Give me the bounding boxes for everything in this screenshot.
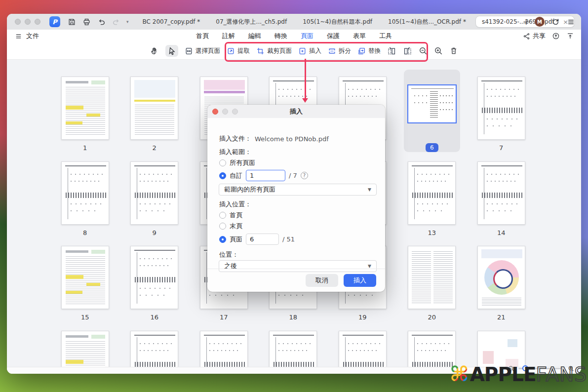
page-cell: 13: [397, 157, 467, 242]
zoom-in-button[interactable]: [434, 46, 443, 55]
document-tab-label: BC 2007_copy.pdf *: [143, 18, 200, 25]
undo-icon[interactable]: [97, 17, 106, 26]
custom-range-radio[interactable]: [219, 172, 226, 179]
close-window-icon[interactable]: [15, 19, 21, 25]
select-tool-button[interactable]: [165, 45, 178, 57]
page-thumbnail[interactable]: [130, 246, 178, 309]
ribbon-tab-保護[interactable]: 保護: [327, 32, 340, 40]
range-mode-select[interactable]: 範圍內的所有頁面 ▼: [219, 184, 377, 196]
insert-button[interactable]: 插入: [298, 47, 321, 55]
minimize-window-icon[interactable]: [25, 19, 31, 25]
first-page-option[interactable]: 首頁: [219, 211, 242, 220]
page-thumbnail[interactable]: [61, 246, 109, 309]
split-button[interactable]: 拆分: [328, 47, 351, 55]
help-icon[interactable]: ?: [301, 172, 308, 179]
custom-range-input[interactable]: [246, 170, 285, 181]
document-tab[interactable]: 105(1~4)自然..._OCR.pdf *: [382, 16, 472, 28]
ribbon-tab-表單[interactable]: 表單: [353, 32, 366, 40]
app-window: P ▾ BC 2007_copy.pdf *07_選修化學上..._ch5.pd…: [7, 14, 581, 374]
last-page-option[interactable]: 末頁: [219, 222, 242, 231]
page-thumbnail[interactable]: [130, 77, 178, 140]
insert-label: 插入: [309, 47, 321, 55]
page-thumbnail[interactable]: [269, 331, 317, 367]
page-number-label: 頁面: [230, 235, 242, 244]
page-cell: 1: [50, 73, 120, 157]
page-number: 18: [289, 314, 297, 321]
page-thumbnail[interactable]: [408, 331, 456, 367]
page-thumbnail[interactable]: [61, 161, 109, 225]
page-thumbnail[interactable]: [130, 161, 178, 225]
document-tab[interactable]: 07_選修化學上..._ch5.pdf: [210, 16, 293, 28]
sync-icon[interactable]: [551, 18, 560, 26]
page-number: 7: [499, 144, 503, 152]
page-number: 21: [497, 314, 506, 321]
all-pages-radio[interactable]: [219, 159, 226, 166]
page-toolbar: 選擇頁面 提取 裁剪頁面 插入 拆分 替換: [7, 42, 581, 60]
insert-confirm-button[interactable]: 插入: [344, 274, 376, 287]
maximize-window-icon[interactable]: [35, 19, 40, 25]
last-page-radio[interactable]: [219, 223, 226, 230]
page-thumbnail[interactable]: [61, 77, 109, 140]
delete-page-button[interactable]: [449, 46, 458, 55]
page-thumbnail[interactable]: [408, 161, 456, 225]
replace-button[interactable]: 替換: [357, 47, 381, 55]
page-thumbnail[interactable]: [339, 331, 387, 367]
page-thumbnail[interactable]: [408, 246, 456, 309]
cancel-button[interactable]: 取消: [306, 274, 338, 287]
titlebar: P ▾ BC 2007_copy.pdf *07_選修化學上..._ch5.pd…: [7, 14, 581, 30]
dropdown-caret-icon: ▼: [368, 264, 371, 269]
page-thumbnail[interactable]: [407, 84, 457, 123]
rotate-page-left-button[interactable]: [387, 46, 396, 56]
ribbon-tab-編輯[interactable]: 編輯: [248, 32, 261, 40]
page-thumbnail[interactable]: [61, 331, 109, 367]
page-cell: 6: [404, 70, 460, 152]
crop-page-button[interactable]: 裁剪頁面: [256, 47, 292, 55]
page-thumbnail[interactable]: [477, 331, 525, 367]
document-tab[interactable]: 105(1~4)自然科題本.pdf: [297, 16, 378, 28]
user-avatar[interactable]: M: [535, 17, 545, 27]
save-icon[interactable]: [67, 17, 76, 26]
page-thumbnail[interactable]: [477, 161, 525, 225]
undo-history-caret-icon[interactable]: ▾: [126, 19, 129, 24]
page-thumbnail[interactable]: [477, 246, 525, 309]
document-tab[interactable]: BC 2007_copy.pdf *: [137, 16, 206, 27]
page-number-radio[interactable]: [219, 236, 226, 243]
hand-tool-button[interactable]: [150, 46, 159, 55]
page-thumbnail[interactable]: [130, 331, 178, 367]
page-thumbnail[interactable]: [200, 331, 248, 367]
upload-icon[interactable]: [552, 32, 560, 40]
page-number-option[interactable]: 頁面 / 51: [219, 234, 295, 245]
page-thumbnail[interactable]: [477, 77, 525, 140]
page-cell: 8: [50, 157, 120, 242]
page-number: 13: [428, 229, 436, 236]
ribbon-tab-註解[interactable]: 註解: [222, 32, 235, 40]
zoom-out-button[interactable]: [419, 46, 428, 55]
extract-button[interactable]: 提取: [227, 47, 250, 55]
share-button[interactable]: 共享: [523, 32, 546, 40]
all-pages-option[interactable]: 所有頁面: [219, 158, 255, 167]
collapse-toolbar-icon[interactable]: [566, 32, 574, 40]
ribbon-tab-轉換[interactable]: 轉換: [274, 32, 287, 40]
position-row: 位置：: [219, 250, 238, 259]
first-page-label: 首頁: [230, 211, 242, 220]
select-pages-button[interactable]: 選擇頁面: [185, 47, 220, 55]
window-menu-icon[interactable]: [567, 18, 575, 26]
page-cell: 27: [397, 327, 467, 367]
ribbon-tab-頁面[interactable]: 頁面: [301, 32, 314, 40]
document-tab-label: 07_選修化學上..._ch5.pdf: [216, 18, 287, 25]
page-number: 6: [426, 143, 438, 152]
page-number-input[interactable]: [246, 234, 279, 245]
first-page-radio[interactable]: [219, 212, 226, 219]
print-icon[interactable]: [82, 17, 91, 26]
zoom-out-icon: [419, 46, 428, 55]
custom-range-option[interactable]: 自訂 / 7 ?: [219, 170, 308, 181]
page-number: 19: [358, 314, 367, 321]
dialog-titlebar: 插入: [207, 105, 385, 118]
share-label: 共享: [533, 32, 546, 40]
page-number: 9: [153, 229, 157, 236]
rotate-page-right-button[interactable]: [403, 46, 412, 56]
page-number-total: / 51: [282, 235, 295, 243]
ribbon-tab-首頁[interactable]: 首頁: [196, 32, 209, 40]
ribbon-tab-工具[interactable]: 工具: [379, 32, 392, 40]
new-tab-button[interactable]: +: [518, 17, 535, 27]
